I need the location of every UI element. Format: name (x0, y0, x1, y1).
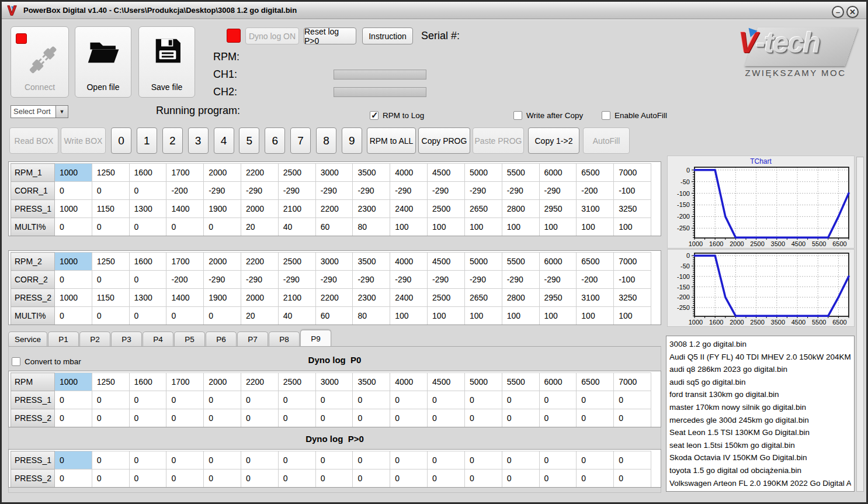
grid-cell[interactable]: -290 (390, 271, 428, 289)
grid-cell[interactable]: 1600 (129, 373, 166, 391)
grid-cell[interactable]: 6500 (577, 164, 614, 182)
grid-cell[interactable]: 7000 (614, 373, 651, 391)
grid-cell[interactable]: 0 (390, 391, 428, 409)
grid-cell[interactable]: 40 (278, 307, 315, 325)
grid-cell[interactable]: 0 (464, 391, 502, 409)
grid-cell[interactable]: 3250 (614, 200, 651, 218)
grid-cell[interactable]: 0 (92, 451, 129, 470)
grid-cell[interactable]: 0 (241, 409, 279, 427)
grid-cell[interactable]: 0 (614, 470, 651, 488)
grid-cell[interactable]: -290 (278, 182, 315, 200)
grid-cell[interactable]: 0 (54, 409, 92, 427)
grid-cell[interactable]: 2200 (241, 253, 279, 271)
grid-cell[interactable]: 2400 (390, 200, 428, 218)
tab-p7[interactable]: P7 (237, 332, 268, 347)
grid-cell[interactable]: 80 (353, 307, 390, 325)
grid-cell[interactable]: -290 (204, 271, 241, 289)
chevron-down-icon[interactable]: ▼ (56, 105, 68, 118)
grid-cell[interactable]: 0 (353, 409, 390, 427)
grid-cell[interactable]: 0 (278, 391, 315, 409)
grid-cell[interactable]: 0 (390, 409, 428, 427)
grid-cell[interactable]: 100 (390, 307, 428, 325)
grid-cell[interactable]: 0 (129, 409, 166, 427)
grid-cell[interactable]: 3000 (315, 373, 353, 391)
grid-cell[interactable]: 0 (54, 470, 92, 488)
grid-cell[interactable]: 3250 (614, 289, 651, 307)
grid-cell[interactable]: 0 (614, 391, 651, 409)
digit-button-5[interactable]: 5 (239, 127, 259, 154)
grid-cell[interactable]: 0 (129, 218, 166, 236)
grid-cell[interactable]: 0 (92, 409, 129, 427)
grid-cell[interactable]: 2200 (241, 373, 279, 391)
grid-cell[interactable]: 0 (129, 182, 166, 200)
grid-cell[interactable]: 6000 (539, 373, 577, 391)
file-list-item[interactable]: audi sq5 go digital.bin (669, 376, 851, 389)
grid-cell[interactable]: 2200 (241, 164, 279, 182)
grid-cell[interactable]: 2800 (502, 200, 539, 218)
grid-cell[interactable]: -290 (241, 182, 279, 200)
grid-cell[interactable]: 5500 (502, 253, 539, 271)
grid-cell[interactable]: 100 (502, 218, 539, 236)
grid-cell[interactable]: 0 (353, 391, 390, 409)
grid-cell[interactable]: 1600 (129, 164, 166, 182)
grid-cell[interactable]: 1150 (92, 289, 129, 307)
grid-cell[interactable]: 4000 (390, 253, 428, 271)
dyno-log-on-button[interactable]: Dyno log ON (245, 27, 299, 44)
grid-cell[interactable]: 6500 (577, 253, 614, 271)
grid-cell[interactable]: 4500 (428, 164, 465, 182)
grid-cell[interactable]: 0 (539, 451, 577, 470)
open-file-button[interactable]: Open file (75, 26, 131, 98)
grid-cell[interactable]: 2950 (539, 200, 577, 218)
grid-cell[interactable]: 4000 (390, 373, 428, 391)
grid-cell[interactable]: 4000 (390, 164, 428, 182)
tab-p6[interactable]: P6 (206, 332, 237, 347)
grid-cell[interactable]: 0 (129, 451, 166, 470)
grid-cell[interactable]: 20 (241, 218, 279, 236)
grid-cell[interactable]: 1000 (54, 373, 92, 391)
grid-cell[interactable]: 80 (353, 218, 390, 236)
grid-cell[interactable]: 0 (54, 182, 92, 200)
grid-cell[interactable]: 0 (241, 451, 279, 470)
grid-cell[interactable]: 100 (502, 307, 539, 325)
grid-cell[interactable]: 1300 (129, 200, 166, 218)
grid-cell[interactable]: 1000 (54, 289, 92, 307)
grid-cell[interactable]: 0 (92, 218, 129, 236)
grid-cell[interactable]: 0 (614, 409, 651, 427)
grid-cell[interactable]: 5000 (464, 373, 502, 391)
grid-cell[interactable]: 1900 (204, 200, 241, 218)
tab-p3[interactable]: P3 (111, 332, 142, 347)
file-list-item[interactable]: audi q8 286km 2023 go digital.bin (669, 363, 851, 376)
grid-cell[interactable]: 0 (204, 307, 241, 325)
grid-cell[interactable]: 0 (54, 451, 92, 470)
grid-cell[interactable]: 3500 (353, 373, 390, 391)
grid-cell[interactable]: 2200 (315, 289, 353, 307)
autofill-button[interactable]: AutoFill (583, 127, 630, 154)
grid-cell[interactable]: 0 (54, 218, 92, 236)
grid-cell[interactable]: 4500 (428, 373, 465, 391)
grid-cell[interactable]: -290 (428, 271, 465, 289)
grid-cell[interactable]: 2500 (278, 373, 315, 391)
grid-cell[interactable]: -200 (166, 182, 204, 200)
digit-button-7[interactable]: 7 (290, 127, 311, 154)
tab-p8[interactable]: P8 (269, 332, 300, 347)
grid-cell[interactable]: 0 (54, 391, 92, 409)
grid-cell[interactable]: -290 (315, 271, 353, 289)
grid-cell[interactable]: 2650 (464, 200, 502, 218)
grid-cell[interactable]: -200 (577, 182, 614, 200)
grid-cell[interactable]: -100 (614, 271, 651, 289)
grid-cell[interactable]: 0 (539, 409, 577, 427)
grid-cell[interactable]: 1900 (204, 289, 241, 307)
grid-cell[interactable]: 0 (539, 391, 577, 409)
grid-cell[interactable]: 2500 (428, 289, 465, 307)
grid-cell[interactable]: 1700 (166, 253, 204, 271)
grid-cell[interactable]: 0 (54, 271, 92, 289)
grid-cell[interactable]: 0 (54, 307, 92, 325)
grid-cell[interactable]: 0 (278, 470, 315, 488)
enable-autofill-checkbox[interactable]: Enable AutoFill (602, 111, 667, 120)
file-list-item[interactable]: ford transit 130km go digital.bin (669, 388, 851, 401)
file-list-item[interactable]: seat leon 1.5tsi 150km go digital.bin (669, 439, 851, 452)
grid-cell[interactable]: -290 (502, 271, 539, 289)
digit-button-3[interactable]: 3 (188, 127, 209, 154)
grid-cell[interactable]: 0 (353, 470, 390, 488)
grid-cell[interactable]: -100 (614, 182, 651, 200)
